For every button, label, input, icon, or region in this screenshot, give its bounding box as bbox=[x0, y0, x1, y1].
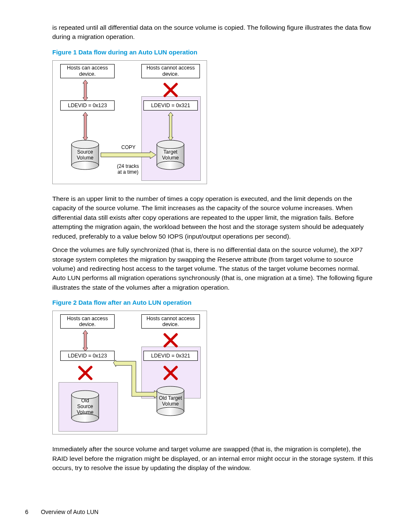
svg-text:Volume: Volume bbox=[77, 155, 93, 161]
svg-point-20 bbox=[72, 414, 99, 422]
svg-text:Volume: Volume bbox=[77, 409, 93, 415]
figure-1-caption: Figure 1 Data flow during an Auto LUN op… bbox=[52, 48, 374, 57]
page-footer: 6 Overview of Auto LUN bbox=[25, 508, 98, 516]
svg-text:Volume: Volume bbox=[162, 401, 179, 407]
figure-1-diagram: Hosts can access device. Hosts cannot ac… bbox=[52, 60, 207, 184]
svg-text:Target: Target bbox=[164, 149, 178, 155]
figure-2-diagram: Hosts can access device. Hosts cannot ac… bbox=[52, 311, 207, 434]
svg-point-3 bbox=[72, 140, 99, 149]
svg-text:Old Target: Old Target bbox=[159, 395, 182, 401]
page-number: 6 bbox=[25, 509, 28, 515]
svg-text:Old: Old bbox=[81, 398, 89, 403]
svg-point-9 bbox=[157, 161, 184, 170]
svg-text:Volume: Volume bbox=[162, 155, 179, 161]
svg-point-26 bbox=[157, 407, 184, 416]
svg-text:Source: Source bbox=[77, 403, 93, 409]
body-paragraph: Once the volumes are fully synchronized … bbox=[52, 245, 374, 292]
body-paragraph: is repeated until all differential data … bbox=[52, 23, 374, 42]
body-paragraph: Immediately after the source volume and … bbox=[52, 445, 374, 473]
svg-point-4 bbox=[72, 161, 99, 170]
body-paragraph: There is an upper limit to the number of… bbox=[52, 194, 374, 241]
svg-point-8 bbox=[157, 140, 184, 149]
svg-text:Source: Source bbox=[77, 149, 93, 155]
svg-point-25 bbox=[157, 386, 184, 395]
footer-section: Overview of Auto LUN bbox=[41, 509, 99, 515]
figure-2-caption: Figure 2 Data flow after an Auto LUN ope… bbox=[52, 298, 374, 307]
